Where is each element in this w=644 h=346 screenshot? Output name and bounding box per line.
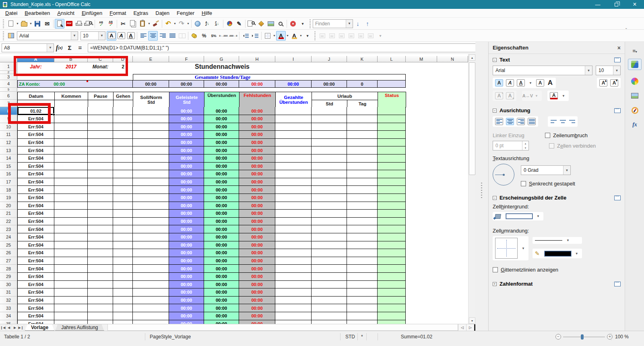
cell-I19[interactable] <box>275 194 312 202</box>
cell-D27[interactable] <box>113 257 133 265</box>
cell-H8[interactable]: 00:00 <box>239 107 275 115</box>
cell-B14[interactable] <box>54 154 88 163</box>
cell-H31[interactable]: 00:00 <box>239 288 275 297</box>
selection-sum[interactable]: Summe=01.02 <box>388 334 445 340</box>
tab-properties-icon[interactable] <box>628 59 642 70</box>
find-dropdown-icon[interactable]: ▼ <box>346 20 353 28</box>
cell-C18[interactable] <box>88 186 113 194</box>
cell-J14[interactable] <box>312 154 347 163</box>
section-cell-appearance[interactable]: − Erscheinungsbild der Zelle <box>489 192 625 202</box>
sheet-title[interactable]: Stundennachweis <box>133 62 312 71</box>
row-header-4[interactable]: 4 <box>0 80 17 88</box>
cell-F33[interactable]: 00:00 <box>169 304 204 312</box>
cell-H34[interactable]: 00:00 <box>239 312 275 320</box>
cell-K14[interactable] <box>347 154 378 163</box>
font-color-icon[interactable]: A <box>276 31 286 41</box>
cell-J4[interactable]: 00:00 <box>312 80 347 88</box>
zoom-in-icon[interactable]: + <box>607 334 613 340</box>
sidebar-close-icon[interactable]: × <box>617 45 621 51</box>
cell-A4-ZA-Konto[interactable]: ZA Konto: 00:00 <box>17 80 133 88</box>
cell-J34[interactable] <box>312 312 347 320</box>
cell-D14[interactable] <box>113 154 133 163</box>
cell-B25[interactable] <box>54 241 88 249</box>
cell-B29[interactable] <box>54 273 88 281</box>
cell-F21[interactable]: 00:00 <box>169 210 204 218</box>
cell-K15[interactable] <box>347 163 378 171</box>
cell-D17[interactable] <box>113 178 133 186</box>
cell-I21[interactable] <box>275 210 312 218</box>
cell-C14[interactable] <box>88 154 113 163</box>
cell-D26[interactable] <box>113 249 133 257</box>
find-previous-icon[interactable]: ↑ <box>363 19 372 29</box>
hscroll-right-icon[interactable]: ▷ <box>466 324 474 331</box>
cell-G25[interactable]: 00:00 <box>204 241 239 249</box>
cell-B33[interactable] <box>54 304 88 312</box>
navigator-icon[interactable] <box>256 19 266 29</box>
cell-G28[interactable]: 00:00 <box>204 265 239 273</box>
cell-E12[interactable] <box>133 139 169 147</box>
cell-F16[interactable]: 00:00 <box>169 170 204 178</box>
cell-H21[interactable]: 00:00 <box>239 210 275 218</box>
cell-E8[interactable] <box>133 107 169 115</box>
expand-icon[interactable]: + <box>493 282 497 286</box>
line-style-picker[interactable]: ▼ <box>533 237 582 244</box>
cell-G8[interactable]: 00:00 <box>204 107 239 115</box>
cell-B15[interactable] <box>54 163 88 171</box>
cell-C31[interactable] <box>88 288 113 297</box>
spreadsheet-grid[interactable]: ABCDEFGHIJKLMN 1234567891011121314151617… <box>0 54 468 324</box>
cell-I17[interactable] <box>275 178 312 186</box>
cell-K22[interactable] <box>347 218 378 226</box>
cell-J18[interactable] <box>312 186 347 194</box>
cell-reference-box[interactable]: A8 ▼ <box>2 43 54 52</box>
cell-H32[interactable]: 00:00 <box>239 297 275 305</box>
menu-datei[interactable]: Datei <box>2 9 21 17</box>
cell-D33[interactable] <box>113 304 133 312</box>
undo-dropdown-icon[interactable]: ▼ <box>173 19 177 29</box>
find-input[interactable]: Finden ▼ <box>313 19 353 28</box>
cell-D11[interactable] <box>113 131 133 139</box>
row-header-18[interactable]: 18 <box>0 186 17 194</box>
cell-C15[interactable] <box>88 163 113 171</box>
find-next-icon[interactable]: ↓ <box>353 19 363 29</box>
cell-A18[interactable]: Err:504 <box>17 186 54 194</box>
show-gridlines-option[interactable]: Gitternetzlinien anzeigen <box>489 266 625 274</box>
cell-D34[interactable] <box>113 312 133 320</box>
cell-L17[interactable] <box>378 178 406 186</box>
tab-functions-icon[interactable]: fx <box>628 119 642 130</box>
tab-navigator-icon[interactable] <box>628 105 642 116</box>
cell-H10[interactable]: 00:00 <box>239 123 275 131</box>
vertical-scrollbar[interactable]: ▲ ▼ <box>468 54 475 324</box>
cell-H11[interactable]: 00:00 <box>239 131 275 139</box>
cell-A32[interactable]: Err:504 <box>17 297 54 305</box>
row-header-33[interactable]: 33 <box>0 304 17 312</box>
row-header-6[interactable]: 6 <box>0 92 17 100</box>
cell-F35[interactable]: 00:00 <box>169 320 204 324</box>
align-object-top-icon[interactable] <box>347 31 356 41</box>
cell-A29[interactable]: Err:504 <box>17 273 54 281</box>
formula-input[interactable]: =WENN(D1> 0;DATUM(B1;D1;1);" ") <box>88 43 481 52</box>
cell-C32[interactable] <box>88 297 113 305</box>
cell-B35[interactable] <box>54 320 88 324</box>
background-swatch[interactable] <box>506 214 533 219</box>
header-status[interactable]: Status <box>378 92 406 107</box>
cell-D20[interactable] <box>113 202 133 210</box>
cell-I18[interactable] <box>275 186 312 194</box>
cell-L23[interactable] <box>378 225 406 233</box>
decrease-font-icon[interactable]: A▼ <box>610 79 618 86</box>
cell-J21[interactable] <box>312 210 347 218</box>
menu-einfügen[interactable]: Einfügen <box>78 9 106 17</box>
cell-I33[interactable] <box>275 304 312 312</box>
cell-F32[interactable]: 00:00 <box>169 297 204 305</box>
cell-J19[interactable] <box>312 194 347 202</box>
cell-K4[interactable]: 0 <box>347 80 378 88</box>
row-header-5[interactable]: 5 <box>0 88 17 92</box>
cell-E15[interactable] <box>133 163 169 171</box>
cell-F31[interactable]: 00:00 <box>169 288 204 297</box>
row-header-23[interactable]: 23 <box>0 225 17 233</box>
cell-E28[interactable] <box>133 265 169 273</box>
cell-B18[interactable] <box>54 186 88 194</box>
cell-H18[interactable]: 00:00 <box>239 186 275 194</box>
cell-I26[interactable] <box>275 249 312 257</box>
sort-ascending-icon[interactable]: AZ↓ <box>202 19 212 29</box>
cell-B27[interactable] <box>54 257 88 265</box>
